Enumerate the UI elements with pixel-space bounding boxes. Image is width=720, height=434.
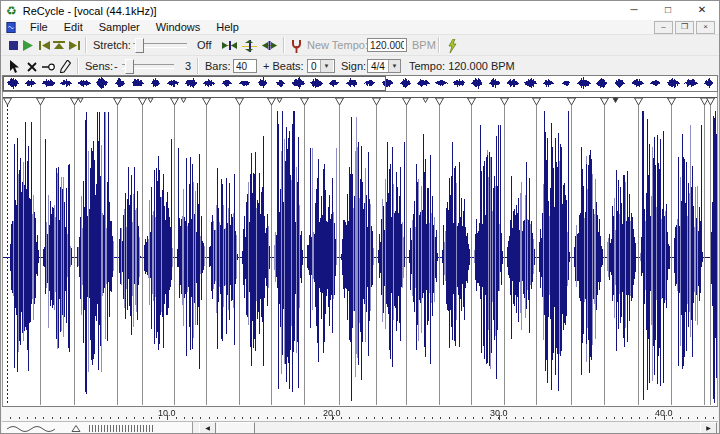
bars-input[interactable] <box>233 59 257 73</box>
ruler-label: 40.0 <box>655 408 673 418</box>
scrollbar-thumb[interactable] <box>217 422 255 434</box>
loop-toggle-icon[interactable] <box>52 38 66 53</box>
bars-label: Bars: <box>205 60 231 72</box>
menu-item-help[interactable]: Help <box>208 21 247 33</box>
overview-canvas[interactable] <box>3 76 717 91</box>
sens-slider[interactable] <box>122 64 174 69</box>
locator-in-icon[interactable] <box>221 38 238 53</box>
tuning-fork-icon[interactable] <box>289 38 303 53</box>
menu-items: FileEditSamplerWindowsHelp <box>22 21 247 33</box>
go-to-end-button[interactable] <box>67 38 81 53</box>
ruler-label: 30.0 <box>490 408 508 418</box>
mini-ruler-pattern <box>89 425 155 432</box>
stop-button[interactable] <box>7 38 20 53</box>
stretch-slider-thumb[interactable] <box>135 38 144 53</box>
toolbar-separator <box>197 58 199 74</box>
sens-label: Sens: <box>85 60 113 72</box>
sens-value: 3 <box>185 60 191 72</box>
toolbar-separator <box>283 37 285 53</box>
child-restore-button[interactable]: ❒ <box>675 21 694 34</box>
transport-toolbar: Stretch: Off New Tempo: BPM <box>1 34 719 56</box>
bottom-scrollbar: ◀ ▶ <box>2 421 718 434</box>
locator-out-icon[interactable] <box>261 38 278 53</box>
beats-select[interactable]: 0 ▼ <box>307 59 335 73</box>
bpm-label: BPM <box>412 39 436 51</box>
chevron-down-icon[interactable]: ▼ <box>388 60 400 72</box>
waveform-canvas[interactable] <box>3 92 717 406</box>
child-close-button[interactable]: × <box>696 21 715 34</box>
toolbar-separator <box>85 37 87 53</box>
sign-label: Sign: <box>341 60 366 72</box>
minimize-button[interactable]: ─ <box>617 1 651 20</box>
pencil-tool[interactable] <box>59 59 72 74</box>
stretch-slider[interactable] <box>133 43 187 48</box>
locator-center-icon[interactable] <box>241 38 258 53</box>
menu-item-sampler[interactable]: Sampler <box>91 21 148 33</box>
edit-toolbar: Sens: - 3 Bars: + Beats: 0 ▼ Sign: 4/4 ▼… <box>1 55 719 77</box>
play-button[interactable] <box>21 38 35 53</box>
scroll-right-button[interactable]: ▶ <box>700 422 717 434</box>
ruler-label: 10.0 <box>158 408 176 418</box>
toolbar-separator <box>77 58 79 74</box>
caption-buttons: ─ □ ✕ <box>617 1 719 20</box>
window-title: ReCycle - [vocal (44.1kHz)] <box>23 5 157 17</box>
child-minimize-button[interactable]: – <box>654 21 673 34</box>
magnify-tool[interactable] <box>41 59 56 74</box>
toolbar-separator <box>438 37 440 53</box>
ruler-canvas <box>2 407 716 421</box>
ruler-label: 20.0 <box>323 408 341 418</box>
new-tempo-label: New Tempo: <box>307 39 368 51</box>
tempo-readout: Tempo: 120.000 BPM <box>409 60 515 72</box>
document-icon[interactable] <box>6 22 16 33</box>
sens-minus-label: - <box>114 60 118 72</box>
arrow-tool[interactable] <box>8 59 21 74</box>
maximize-button[interactable]: □ <box>651 1 685 20</box>
timeline-ruler[interactable]: 10.020.030.040.0 <box>2 406 718 421</box>
title-bar[interactable]: ♻ ReCycle - [vocal (44.1kHz)] ─ □ ✕ <box>1 1 719 20</box>
zoom-widget[interactable] <box>2 422 193 434</box>
stretch-label: Stretch: <box>93 39 131 51</box>
delete-marker-tool[interactable] <box>25 59 38 74</box>
beats-label: + Beats: <box>263 60 304 72</box>
marker-zoom-icon[interactable] <box>71 424 81 433</box>
beats-value: 0 <box>308 61 320 72</box>
sign-value: 4/4 <box>368 61 388 72</box>
close-button[interactable]: ✕ <box>685 1 719 20</box>
go-to-start-button[interactable] <box>37 38 51 53</box>
sens-slider-thumb[interactable] <box>125 59 134 74</box>
app-window: ♻ ReCycle - [vocal (44.1kHz)] ─ □ ✕ File… <box>0 0 720 434</box>
child-window-buttons: – ❒ × <box>652 21 715 34</box>
sign-select[interactable]: 4/4 ▼ <box>367 59 401 73</box>
overview-strip[interactable] <box>2 75 718 92</box>
scroll-left-button[interactable]: ◀ <box>199 422 216 434</box>
menu-bar: FileEditSamplerWindowsHelp – ❒ × <box>1 20 719 34</box>
wave-zoom-icon[interactable] <box>5 423 57 433</box>
menu-item-edit[interactable]: Edit <box>56 21 91 33</box>
menu-item-windows[interactable]: Windows <box>148 21 209 33</box>
waveform-area[interactable] <box>2 92 718 406</box>
stretch-value: Off <box>197 39 211 51</box>
menu-item-file[interactable]: File <box>22 21 56 33</box>
chevron-down-icon[interactable]: ▼ <box>320 60 333 72</box>
lightning-icon[interactable] <box>445 38 459 53</box>
app-icon: ♻ <box>6 5 17 17</box>
new-tempo-input[interactable] <box>367 38 407 52</box>
